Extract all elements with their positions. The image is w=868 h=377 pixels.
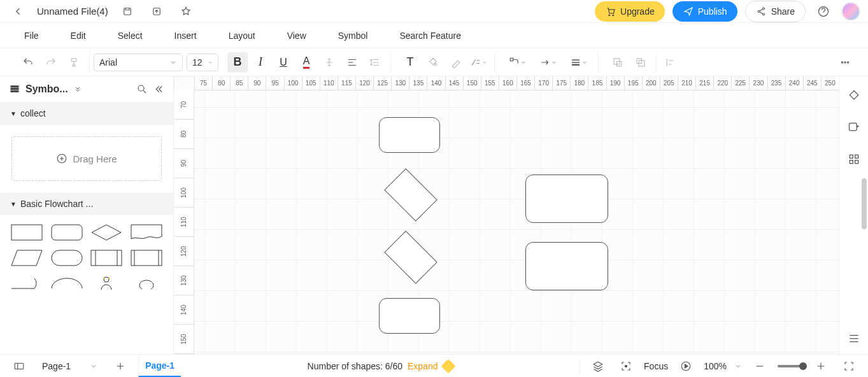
shape-rectangle[interactable] — [9, 222, 45, 243]
shape-arc[interactable] — [49, 273, 85, 294]
drag-drop-zone[interactable]: Drag Here — [11, 136, 162, 181]
svg-point-4 — [758, 10, 760, 12]
svg-rect-30 — [849, 123, 857, 131]
fontsize-select[interactable]: 12 — [187, 53, 218, 71]
zoom-out-button[interactable] — [750, 356, 770, 376]
menu-insert[interactable]: Insert — [174, 31, 197, 41]
menu-view[interactable]: View — [287, 31, 306, 41]
format-painter-button[interactable] — [64, 52, 84, 73]
chevron-down-double-icon[interactable] — [73, 83, 82, 95]
canvas-shape-4[interactable] — [379, 298, 440, 334]
zoom-in-button[interactable] — [811, 356, 831, 376]
line-spacing-button[interactable] — [365, 52, 385, 73]
page-tab-1[interactable]: Page-1 — [138, 355, 181, 377]
shape-rounded-rect[interactable] — [49, 222, 85, 243]
zoom-value[interactable]: 100% — [704, 361, 727, 371]
shape-predefined[interactable] — [89, 247, 125, 269]
canvas-shape-5[interactable] — [525, 174, 608, 223]
menu-symbol[interactable]: Symbol — [338, 31, 368, 41]
svg-point-27 — [103, 278, 104, 279]
export-icon[interactable] — [146, 1, 167, 22]
svg-rect-12 — [637, 59, 642, 64]
apps-icon[interactable] — [844, 149, 864, 169]
svg-rect-18 — [11, 90, 18, 92]
expand-link[interactable]: Expand — [408, 361, 438, 371]
fullscreen-icon[interactable] — [839, 356, 859, 376]
font-select[interactable]: Arial — [94, 53, 183, 71]
vertical-scrollbar[interactable] — [862, 178, 867, 229]
canvas[interactable]: 7580859095100105110115120125130135140145… — [174, 76, 839, 354]
font-color-button[interactable]: A — [296, 52, 317, 73]
section-collect[interactable]: ▼collect — [0, 102, 173, 125]
svg-rect-25 — [131, 250, 162, 266]
underline-button[interactable]: U — [273, 52, 294, 73]
plus-circle-icon — [56, 153, 68, 164]
upgrade-button[interactable]: Upgrade — [595, 1, 665, 22]
play-icon[interactable] — [676, 356, 696, 376]
avatar[interactable] — [841, 2, 860, 21]
menu-file[interactable]: File — [24, 31, 39, 41]
shape-predefined-2[interactable] — [129, 247, 165, 269]
zoom-chevron-icon[interactable] — [734, 360, 742, 372]
section-flowchart[interactable]: ▼Basic Flowchart ... — [0, 192, 173, 215]
front-button[interactable] — [608, 52, 628, 73]
status-center: Number of shapes: 6/60 Expand — [308, 361, 453, 371]
back-button-layer[interactable] — [630, 52, 651, 73]
align-button[interactable] — [342, 52, 362, 73]
shape-person[interactable] — [89, 273, 125, 294]
shape-connector[interactable] — [129, 273, 165, 294]
canvas-shape-3[interactable] — [384, 231, 437, 283]
shape-delay[interactable] — [9, 273, 45, 294]
shape-diamond[interactable] — [89, 222, 125, 243]
page-select[interactable]: Page-1 — [37, 360, 103, 372]
settings-panel-icon[interactable] — [844, 117, 864, 138]
align-objects-button[interactable] — [660, 52, 681, 73]
focus-icon[interactable] — [616, 356, 636, 376]
search-icon[interactable] — [136, 83, 148, 95]
svg-point-2 — [609, 15, 610, 16]
zoom-slider[interactable] — [778, 365, 803, 367]
connector-button[interactable] — [504, 52, 532, 73]
menu-edit[interactable]: Edit — [71, 31, 86, 41]
pages-panel-icon[interactable] — [9, 356, 29, 376]
more-button[interactable] — [835, 52, 855, 73]
undo-button[interactable] — [18, 52, 38, 73]
menu-search[interactable]: Search Feature — [399, 31, 461, 41]
strikethrough-button[interactable] — [319, 52, 339, 73]
publish-button[interactable]: Publish — [672, 1, 737, 22]
toolbar: Arial 12 B I U A T — [0, 48, 868, 76]
line-style-button[interactable] — [469, 52, 489, 73]
canvas-shape-1[interactable] — [379, 117, 440, 153]
layers-panel-icon[interactable] — [844, 327, 864, 348]
back-button[interactable] — [8, 1, 28, 22]
svg-point-28 — [108, 278, 110, 279]
italic-button[interactable]: I — [250, 52, 271, 73]
fill-button[interactable] — [423, 52, 443, 73]
shape-parallelogram[interactable] — [9, 247, 45, 269]
svg-rect-32 — [855, 155, 858, 158]
menu-select[interactable]: Select — [118, 31, 143, 41]
line-color-button[interactable] — [446, 52, 466, 73]
arrow-style-button[interactable] — [534, 52, 562, 73]
canvas-shape-6[interactable] — [525, 242, 608, 290]
collapse-icon[interactable] — [153, 83, 164, 95]
help-icon[interactable] — [813, 1, 834, 22]
menu-layout[interactable]: Layout — [229, 31, 255, 41]
share-button[interactable]: Share — [745, 1, 806, 22]
canvas-shape-2[interactable] — [384, 168, 437, 221]
redo-button[interactable] — [41, 52, 61, 73]
svg-point-13 — [841, 61, 843, 62]
bold-button[interactable]: B — [227, 52, 248, 73]
shape-document[interactable] — [129, 222, 165, 243]
theme-icon[interactable] — [844, 85, 864, 106]
save-icon[interactable] — [117, 1, 138, 22]
line-weight-button[interactable] — [565, 52, 593, 73]
add-page-button[interactable] — [110, 356, 131, 376]
page-select-value: Page-1 — [42, 361, 71, 371]
shape-terminator[interactable] — [49, 247, 85, 269]
svg-rect-8 — [510, 58, 513, 61]
section-flowchart-label: Basic Flowchart ... — [20, 199, 93, 209]
text-tool-button[interactable]: T — [400, 52, 420, 73]
star-icon[interactable] — [176, 1, 196, 22]
layers-icon[interactable] — [588, 356, 608, 376]
